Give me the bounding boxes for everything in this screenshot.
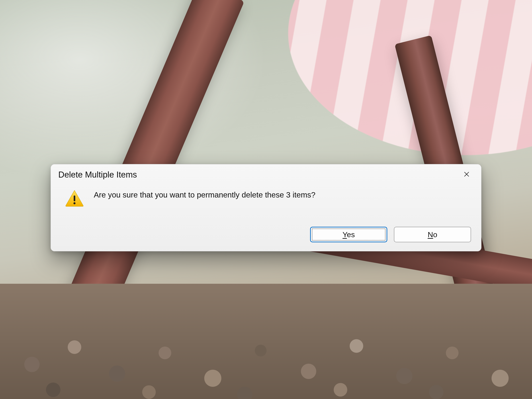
dialog-body: Are you sure that you want to permanentl… <box>51 181 481 208</box>
svg-point-3 <box>73 202 75 204</box>
no-button[interactable]: No <box>394 227 471 242</box>
dialog-message: Are you sure that you want to permanentl… <box>94 189 316 200</box>
no-label-rest: o <box>433 230 437 239</box>
yes-button[interactable]: Yes <box>310 227 387 242</box>
warning-icon <box>65 190 84 208</box>
svg-rect-2 <box>74 196 75 201</box>
no-mnemonic: N <box>428 230 433 239</box>
dialog-title: Delete Multiple Items <box>58 170 137 180</box>
dialog-titlebar: Delete Multiple Items <box>51 164 481 181</box>
wallpaper-pebbles <box>0 284 532 399</box>
yes-mnemonic: Y <box>342 230 347 239</box>
dialog-button-row: Yes No <box>310 227 471 242</box>
yes-label-rest: es <box>347 230 355 239</box>
close-button[interactable] <box>460 169 474 180</box>
delete-confirm-dialog: Delete Multiple Items <box>51 164 481 251</box>
close-icon <box>463 171 470 178</box>
